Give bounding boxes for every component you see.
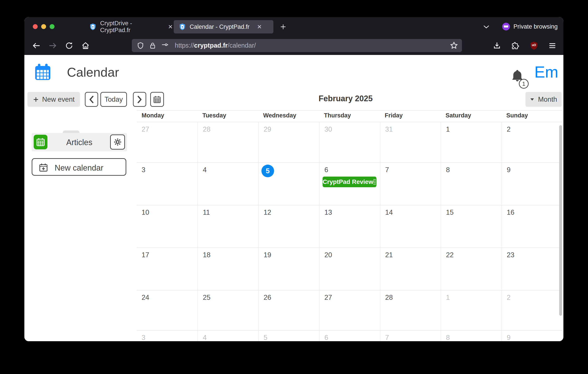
calendar-day-cell[interactable]: 7 bbox=[380, 163, 441, 205]
date-picker-button[interactable] bbox=[150, 92, 164, 107]
calendar-day-cell[interactable]: 2 bbox=[501, 122, 562, 162]
view-mode-dropdown[interactable]: Month bbox=[525, 92, 562, 107]
calendar-day-cell[interactable]: 11 bbox=[197, 205, 258, 248]
extensions-puzzle-icon[interactable] bbox=[511, 41, 520, 50]
calendar-day-cell[interactable]: 28 bbox=[197, 122, 258, 162]
calendar-day-cell[interactable]: 28 bbox=[380, 291, 441, 330]
menu-hamburger-icon[interactable] bbox=[548, 41, 557, 50]
forward-icon[interactable] bbox=[48, 41, 57, 50]
sidebar-calendar-item[interactable]: Articles bbox=[32, 133, 127, 151]
calendar-day-cell[interactable]: 8 bbox=[441, 163, 501, 205]
tab-close-icon[interactable]: ✕ bbox=[257, 23, 262, 30]
calendar-day-cell[interactable]: 24 bbox=[137, 291, 197, 330]
permissions-icon[interactable] bbox=[161, 42, 169, 49]
calendar-day-cell[interactable]: 22 bbox=[441, 248, 501, 290]
vertical-scrollbar[interactable] bbox=[559, 125, 562, 316]
calendar-day-cell[interactable]: 3 bbox=[137, 331, 197, 341]
calendar-day-cell[interactable]: 9 bbox=[501, 163, 562, 205]
calendar-settings-button[interactable] bbox=[110, 135, 125, 150]
lock-icon[interactable] bbox=[149, 42, 156, 49]
calendar-day-cell[interactable]: 2 bbox=[501, 291, 562, 330]
calendar-day-cell[interactable]: 5 bbox=[258, 163, 319, 205]
downloads-icon[interactable] bbox=[493, 41, 501, 50]
date-number: 3 bbox=[142, 334, 197, 341]
calendar-day-cell[interactable]: 6 bbox=[319, 331, 380, 341]
date-number: 14 bbox=[385, 208, 441, 217]
calendar-day-cell[interactable]: 4 bbox=[197, 163, 258, 205]
calendar-day-cell[interactable]: 21 bbox=[380, 248, 441, 290]
calendar-day-cell[interactable]: 20 bbox=[319, 248, 380, 290]
calendar-week-row: 272829303112 bbox=[137, 122, 562, 162]
calendar-day-cell[interactable]: 10 bbox=[137, 205, 197, 248]
calendar-day-cell[interactable]: 7 bbox=[380, 331, 441, 341]
calendar-day-cell[interactable]: 1 bbox=[441, 122, 501, 162]
calendar-day-cell[interactable]: 23 bbox=[501, 248, 562, 290]
calendar-day-cell[interactable]: 26 bbox=[258, 291, 319, 330]
date-number: 2 bbox=[507, 294, 562, 301]
calendar-day-cell[interactable]: 9 bbox=[501, 331, 562, 341]
calendar-day-cell[interactable]: 29 bbox=[258, 122, 319, 162]
calendar-day-cell[interactable]: 27 bbox=[137, 122, 197, 162]
back-icon[interactable] bbox=[32, 41, 41, 50]
reload-icon[interactable] bbox=[65, 41, 74, 50]
date-number: 20 bbox=[324, 251, 380, 259]
private-browsing-indicator: Private browsing bbox=[502, 22, 558, 31]
date-number: 6 bbox=[324, 334, 380, 341]
next-month-button[interactable] bbox=[133, 92, 146, 107]
calendar-day-cell[interactable]: 27 bbox=[319, 291, 380, 330]
new-calendar-button[interactable]: New calendar bbox=[32, 158, 126, 176]
calendar-day-cell[interactable]: 30 bbox=[319, 122, 380, 162]
today-label: Today bbox=[105, 95, 123, 104]
calendar-day-cell[interactable]: 19 bbox=[258, 248, 319, 290]
new-tab-icon[interactable] bbox=[280, 23, 287, 30]
zoom-window-button[interactable] bbox=[50, 24, 54, 29]
event-resize-handle[interactable] bbox=[373, 179, 376, 185]
calendar-day-cell[interactable]: 8 bbox=[441, 331, 501, 341]
date-number: 3 bbox=[142, 166, 197, 174]
event-pill[interactable]: CryptPad Review bbox=[323, 177, 376, 187]
minimize-window-button[interactable] bbox=[41, 24, 46, 29]
calendar-day-cell[interactable]: 31 bbox=[380, 122, 441, 162]
svg-text:uO: uO bbox=[532, 43, 536, 47]
calendar-day-cell[interactable]: 12 bbox=[258, 205, 319, 248]
url-bar[interactable]: https://cryptpad.fr/calendar/ bbox=[132, 39, 462, 52]
day-header-label: Saturday bbox=[441, 112, 501, 122]
calendar-day-cell[interactable]: 14 bbox=[380, 205, 441, 248]
date-number: 21 bbox=[385, 251, 441, 259]
calendar-day-cell[interactable]: 3 bbox=[137, 163, 197, 205]
tracking-protection-shield-icon[interactable] bbox=[137, 42, 144, 49]
tab-close-icon[interactable]: ✕ bbox=[168, 23, 173, 30]
date-number: 8 bbox=[446, 334, 501, 341]
user-menu-initials[interactable]: Em bbox=[534, 63, 558, 81]
bookmark-star-icon[interactable] bbox=[450, 41, 458, 50]
calendar-day-cell[interactable]: 15 bbox=[441, 205, 501, 248]
date-number: 24 bbox=[142, 294, 197, 301]
ublock-origin-icon[interactable]: uO bbox=[530, 41, 538, 50]
calendar-day-cell[interactable]: 6CryptPad Review bbox=[319, 163, 380, 205]
calendar-day-cell[interactable]: 1 bbox=[441, 291, 501, 330]
list-all-tabs-chevron-icon[interactable] bbox=[483, 25, 490, 29]
date-number: 10 bbox=[142, 208, 197, 217]
calendar-day-cell[interactable]: 18 bbox=[197, 248, 258, 290]
tab-cryptdrive[interactable]: CryptDrive - CryptPad.fr ✕ bbox=[84, 20, 177, 33]
date-number: 9 bbox=[507, 166, 562, 174]
date-number: 28 bbox=[203, 125, 258, 133]
tab-calendar-active[interactable]: Calendar - CryptPad.fr ✕ bbox=[174, 20, 273, 33]
today-button[interactable]: Today bbox=[100, 92, 127, 107]
home-icon[interactable] bbox=[81, 41, 90, 50]
previous-month-button[interactable] bbox=[85, 92, 98, 107]
close-window-button[interactable] bbox=[33, 24, 38, 29]
date-number: 7 bbox=[385, 166, 441, 174]
calendar-app-icon bbox=[34, 63, 52, 81]
calendar-week-row: 242526272812 bbox=[137, 290, 562, 330]
new-event-button[interactable]: New event bbox=[28, 92, 80, 107]
tab-bar: CryptDrive - CryptPad.fr ✕ Calendar - Cr… bbox=[24, 17, 563, 36]
date-number: 25 bbox=[203, 294, 258, 301]
calendar-day-cell[interactable]: 17 bbox=[137, 248, 197, 290]
calendar-day-cell[interactable]: 13 bbox=[319, 205, 380, 248]
calendar-day-cell[interactable]: 5 bbox=[258, 331, 319, 341]
calendar-day-cell[interactable]: 4 bbox=[197, 331, 258, 341]
notifications-button[interactable]: 1 bbox=[509, 68, 528, 87]
calendar-day-cell[interactable]: 16 bbox=[501, 205, 562, 248]
calendar-day-cell[interactable]: 25 bbox=[197, 291, 258, 330]
